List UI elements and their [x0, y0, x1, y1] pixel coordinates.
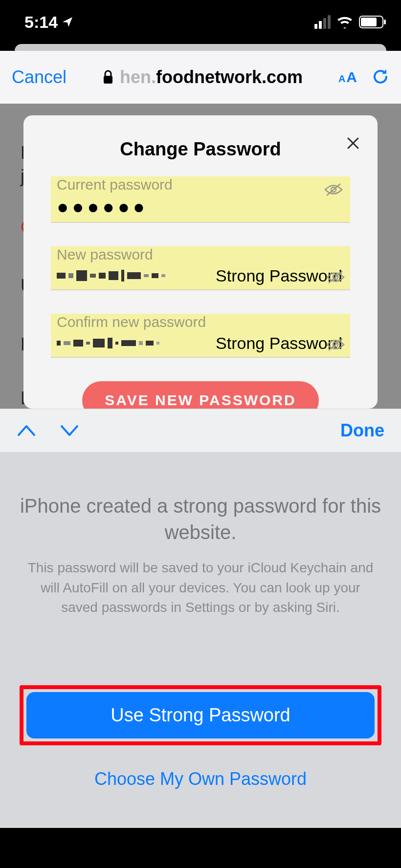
- keychain-heading: iPhone created a strong password for thi…: [20, 493, 381, 545]
- close-icon[interactable]: [346, 136, 360, 154]
- change-password-modal: Change Password Current password ●●●●●● …: [23, 115, 378, 409]
- svg-rect-1: [361, 18, 377, 26]
- location-arrow-icon: [62, 16, 73, 28]
- keychain-panel: iPhone created a strong password for thi…: [0, 453, 401, 828]
- current-password-value: ●●●●●●: [57, 196, 344, 218]
- svg-rect-2: [384, 20, 386, 24]
- eye-off-icon[interactable]: [326, 337, 345, 354]
- reader-text-size-button[interactable]: AA: [338, 69, 357, 86]
- previous-field-icon[interactable]: [17, 424, 36, 437]
- safari-toolbar: Cancel hen.foodnetwork.com AA: [0, 51, 401, 104]
- eye-off-icon[interactable]: [326, 270, 345, 286]
- url-domain: foodnetwork.com: [156, 67, 303, 87]
- current-password-label: Current password: [57, 176, 344, 193]
- done-button[interactable]: Done: [340, 420, 384, 441]
- battery-icon: [359, 16, 386, 28]
- confirm-password-strength: Strong Password: [216, 334, 342, 353]
- confirm-password-obscured: [57, 338, 159, 348]
- confirm-password-field[interactable]: Confirm new password Strong Password: [51, 314, 350, 358]
- modal-title: Change Password: [51, 139, 350, 160]
- use-strong-password-button[interactable]: Use Strong Password: [26, 692, 375, 738]
- form-assistant-bar: Done: [0, 409, 401, 453]
- save-new-password-button[interactable]: SAVE NEW PASSWORD: [82, 381, 319, 409]
- status-time: 5:14: [24, 13, 58, 32]
- reload-icon[interactable]: [372, 68, 389, 87]
- new-password-obscured: [57, 270, 165, 282]
- status-bar: 5:14: [0, 0, 401, 44]
- lock-icon: [102, 70, 114, 85]
- choose-own-password-button[interactable]: Choose My Own Password: [20, 769, 381, 789]
- eye-off-icon[interactable]: [324, 182, 343, 199]
- confirm-password-label: Confirm new password: [57, 314, 344, 330]
- next-field-icon[interactable]: [60, 424, 79, 437]
- current-password-field[interactable]: Current password ●●●●●●: [51, 176, 350, 223]
- cellular-signal-icon: [314, 15, 331, 29]
- url-subdomain: hen.: [120, 67, 156, 87]
- background-card-shadow: [15, 44, 386, 51]
- svg-rect-3: [104, 76, 112, 84]
- new-password-label: New password: [57, 246, 344, 263]
- wifi-icon: [336, 16, 353, 28]
- highlight-annotation: Use Strong Password: [20, 685, 381, 745]
- home-indicator[interactable]: [137, 857, 264, 862]
- cancel-button[interactable]: Cancel: [12, 67, 67, 87]
- keychain-body: This password will be saved to your iClo…: [20, 558, 381, 618]
- address-bar[interactable]: hen.foodnetwork.com: [71, 67, 334, 87]
- new-password-field[interactable]: New password Strong Password: [51, 246, 350, 290]
- new-password-strength: Strong Password: [216, 266, 342, 285]
